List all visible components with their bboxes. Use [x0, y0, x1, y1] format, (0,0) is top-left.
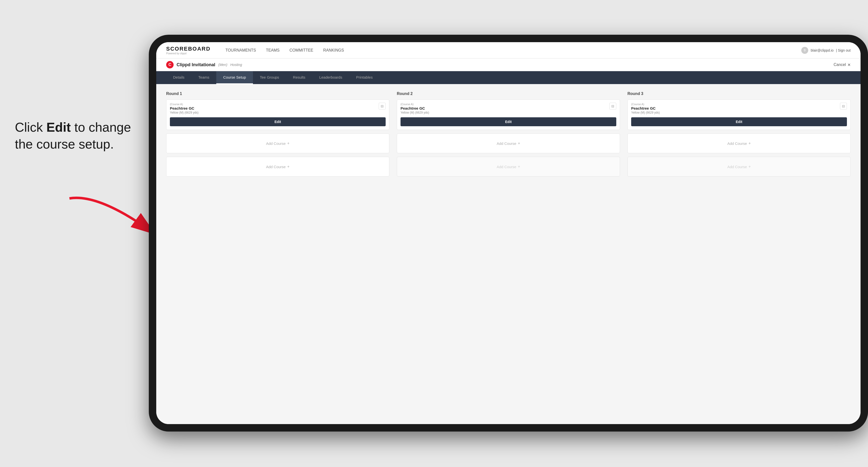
- add-course-label: Add Course: [266, 142, 286, 146]
- instruction-bold: Edit: [46, 120, 71, 134]
- round-2-course-card: (Course A) Peachtree GC ⊟ Yellow (M) (66…: [397, 99, 620, 130]
- plus-icon-2: +: [287, 164, 289, 169]
- tab-printables[interactable]: Printables: [349, 71, 380, 84]
- user-avatar: B: [801, 47, 808, 54]
- add-course-label-2: Add Course: [266, 165, 286, 169]
- round-2-delete-button[interactable]: ⊟: [609, 103, 616, 110]
- nav-item-committee[interactable]: COMMITTEE: [289, 47, 313, 54]
- tab-results[interactable]: Results: [286, 71, 312, 84]
- course-2-card-header: (Course A) Peachtree GC ⊟: [397, 100, 620, 111]
- round-3-edit-button[interactable]: Edit: [631, 117, 847, 126]
- tab-tee-groups[interactable]: Tee Groups: [253, 71, 286, 84]
- add-course-r3-label-2: Add Course: [727, 165, 747, 169]
- course-card-header: (Course A) Peachtree GC ⊟: [166, 100, 389, 111]
- course-2-name: Peachtree GC: [401, 106, 425, 111]
- round-1-add-course-2[interactable]: Add Course +: [166, 157, 390, 177]
- round-1-add-course-1[interactable]: Add Course +: [166, 133, 390, 153]
- tab-leaderboards[interactable]: Leaderboards: [312, 71, 349, 84]
- round-2-add-course-1[interactable]: Add Course +: [397, 133, 620, 153]
- round-3-add-course-2: Add Course +: [627, 157, 850, 177]
- add-course-r3-label: Add Course: [727, 142, 747, 146]
- tab-teams[interactable]: Teams: [191, 71, 216, 84]
- round-3-title: Round 3: [627, 92, 850, 96]
- tournament-hosting-status: Hosting: [230, 63, 242, 67]
- course-2-label: (Course A): [401, 103, 425, 106]
- user-email: blair@clippd.io: [811, 49, 834, 52]
- nav-item-teams[interactable]: TEAMS: [266, 47, 279, 54]
- course-3-card-header: (Course A) Peachtree GC ⊟: [628, 100, 850, 111]
- delete-icon-3: ⊟: [842, 104, 845, 108]
- nav-item-rankings[interactable]: RANKINGS: [323, 47, 344, 54]
- round-3-course-card: (Course A) Peachtree GC ⊟ Yellow (M) (66…: [627, 99, 850, 130]
- logo-area: SCOREBOARD Powered by clippd: [166, 45, 211, 55]
- plus-icon-r2-2: +: [518, 164, 520, 169]
- course-2-details: Yellow (M) (6629 yds): [397, 111, 620, 114]
- course-1-details: Yellow (M) (6629 yds): [166, 111, 389, 114]
- plus-icon: +: [287, 141, 289, 146]
- logo-scoreboard: SCOREBOARD: [166, 45, 211, 52]
- round-2-edit-button[interactable]: Edit: [401, 117, 616, 126]
- add-course-r2-label: Add Course: [497, 142, 516, 146]
- course-3-label: (Course A): [631, 103, 655, 106]
- delete-icon: ⊟: [381, 104, 384, 108]
- tablet-frame: SCOREBOARD Powered by clippd TOURNAMENTS…: [149, 35, 868, 432]
- tab-details[interactable]: Details: [166, 71, 191, 84]
- tab-course-setup[interactable]: Course Setup: [216, 71, 253, 84]
- course-3-name: Peachtree GC: [631, 106, 655, 111]
- sign-out-link[interactable]: | Sign out: [836, 49, 850, 52]
- top-navigation: SCOREBOARD Powered by clippd TOURNAMENTS…: [156, 42, 861, 59]
- close-icon: ✕: [847, 62, 850, 67]
- round-1-edit-button[interactable]: Edit: [170, 117, 385, 126]
- main-content: Round 1 (Course A) Peachtree GC ⊟ Yellow…: [156, 84, 861, 424]
- tablet-screen: SCOREBOARD Powered by clippd TOURNAMENTS…: [156, 42, 861, 424]
- round-2-add-course-2: Add Course +: [397, 157, 620, 177]
- round-1-title: Round 1: [166, 92, 390, 96]
- round-1-delete-button[interactable]: ⊟: [379, 103, 385, 110]
- round-3-add-course-1[interactable]: Add Course +: [627, 133, 850, 153]
- plus-icon-r3: +: [748, 141, 751, 146]
- course-1-label: (Course A): [170, 103, 194, 106]
- instruction-text: Click Edit to change the course setup.: [15, 119, 134, 153]
- cancel-button[interactable]: Cancel ✕: [834, 62, 850, 67]
- round-3-delete-button[interactable]: ⊟: [840, 103, 847, 110]
- logo-sub: Powered by clippd: [166, 52, 211, 55]
- tournament-bar: C Clippd Invitational (Men) Hosting Canc…: [156, 59, 861, 71]
- round-2-title: Round 2: [397, 92, 620, 96]
- rounds-grid: Round 1 (Course A) Peachtree GC ⊟ Yellow…: [166, 92, 850, 180]
- tournament-logo: C: [166, 61, 174, 68]
- course-1-name: Peachtree GC: [170, 106, 194, 111]
- add-course-r2-label-2: Add Course: [497, 165, 516, 169]
- plus-icon-r3-2: +: [748, 164, 751, 169]
- round-1-column: Round 1 (Course A) Peachtree GC ⊟ Yellow…: [166, 92, 390, 180]
- round-2-column: Round 2 (Course A) Peachtree GC ⊟ Yellow…: [397, 92, 620, 180]
- course-3-details: Yellow (M) (6629 yds): [628, 111, 850, 114]
- nav-item-tournaments[interactable]: TOURNAMENTS: [225, 47, 256, 54]
- nav-user-area: B blair@clippd.io | Sign out: [801, 47, 850, 54]
- instruction-prefix: Click: [15, 120, 46, 134]
- tournament-name: Clippd Invitational: [177, 62, 215, 67]
- tournament-gender: (Men): [218, 63, 227, 67]
- delete-icon-2: ⊟: [611, 104, 614, 108]
- plus-icon-r2: +: [518, 141, 520, 146]
- round-3-column: Round 3 (Course A) Peachtree GC ⊟ Yellow…: [627, 92, 850, 180]
- tabs-bar: Details Teams Course Setup Tee Groups Re…: [156, 71, 861, 84]
- round-1-course-card: (Course A) Peachtree GC ⊟ Yellow (M) (66…: [166, 99, 390, 130]
